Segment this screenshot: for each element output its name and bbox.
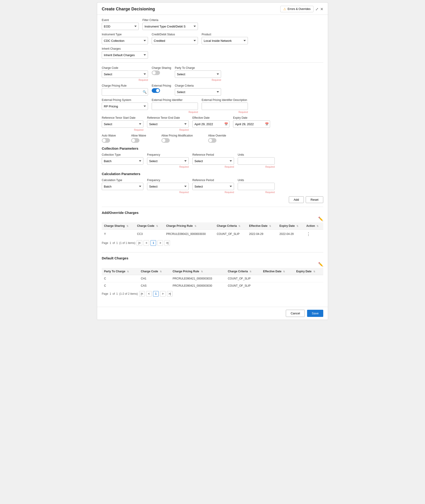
col-charge-criteria: Charge Criteria ⇅: [214, 222, 247, 230]
effective-date-input[interactable]: [193, 120, 229, 128]
sort-dc-expiry-date[interactable]: ⇅: [313, 270, 315, 273]
filter-criteria-select[interactable]: Instrument Type Credit/Debit S: [142, 23, 198, 30]
col-effective-date: Effective Date ⇅: [247, 222, 277, 230]
reset-button[interactable]: Reset: [306, 196, 323, 203]
ext-pricing-identifier-label: External Pricing Identifier: [152, 98, 198, 102]
charge-code-select[interactable]: Select: [102, 71, 148, 78]
party-to-charge-label: Party To Charge: [175, 66, 221, 70]
collection-frequency-select[interactable]: Select: [147, 157, 189, 165]
add-button[interactable]: Add: [289, 196, 304, 203]
product-select[interactable]: Local Inside Network: [202, 37, 248, 44]
sort-effective-date[interactable]: ⇅: [269, 225, 271, 227]
add-override-title: Add/Override Charges: [102, 211, 323, 215]
add-override-current-page: 1: [151, 240, 156, 246]
sort-expiry-date[interactable]: ⇅: [296, 225, 298, 227]
cancel-button[interactable]: Cancel: [286, 310, 305, 317]
collection-type-select[interactable]: Batch: [102, 157, 143, 165]
dc-page-total: 1: [116, 292, 118, 295]
inherit-charges-select[interactable]: Inherit Default Charges: [102, 51, 148, 59]
default-charges-thead: Party To Charge ⇅ Charge Code ⇅ Charge P…: [102, 268, 323, 275]
add-override-first-page[interactable]: |<: [137, 240, 142, 246]
calculation-reference-period-select[interactable]: Select: [193, 183, 234, 190]
sort-charge-code[interactable]: ⇅: [156, 225, 158, 227]
external-pricing-label: External Pricing: [152, 84, 171, 87]
allow-override-toggle[interactable]: [208, 138, 216, 143]
dc-prev-page[interactable]: <: [146, 291, 152, 297]
add-override-items-info: (1 of 1 items): [119, 241, 135, 245]
sort-dc-criteria[interactable]: ⇅: [250, 270, 251, 273]
collection-params-title: Collection Parameters: [102, 146, 323, 150]
calculation-units-input[interactable]: [238, 183, 275, 190]
col-expiry-date: Expiry Date ⇅: [277, 222, 304, 230]
sort-charge-pricing-rule[interactable]: ⇅: [194, 225, 196, 227]
collection-reference-period-select[interactable]: Select: [193, 157, 234, 165]
dc-page-current: 1: [110, 292, 111, 295]
dc-first-page[interactable]: |<: [139, 291, 145, 297]
event-select[interactable]: EOD: [102, 23, 139, 30]
row-pricing-rule-ext-criteria: Charge Pricing Rule 🔍 External Pricing C…: [102, 84, 323, 96]
party-to-charge-select[interactable]: Select: [175, 71, 221, 78]
allow-waive-toggle[interactable]: [131, 138, 139, 143]
calculation-frequency-select[interactable]: Select: [147, 183, 189, 190]
sort-dc-charge-code[interactable]: ⇅: [160, 270, 162, 273]
add-override-next-page[interactable]: >: [158, 240, 163, 246]
sort-dc-pricing-rule[interactable]: ⇅: [201, 270, 203, 273]
row-instrument-product: Instrument Type CDC Collection Credit/De…: [102, 33, 323, 44]
sort-charge-criteria[interactable]: ⇅: [238, 225, 240, 227]
external-pricing-toggle[interactable]: [152, 88, 160, 93]
auto-waive-slider: [102, 138, 110, 143]
ext-pricing-identifier-input[interactable]: [152, 103, 198, 110]
expiry-date-input[interactable]: [233, 120, 270, 128]
dc-next-page[interactable]: >: [160, 291, 166, 297]
calculation-params-section: Calculation Parameters Calculation Type …: [102, 172, 323, 203]
ref-tenor-end-select[interactable]: Select: [147, 120, 189, 128]
auto-waive-group: Auto Waive: [102, 134, 116, 143]
dc-cell-charge-code: CH1: [139, 275, 170, 282]
charge-criteria-select[interactable]: Select: [175, 88, 221, 96]
expand-button[interactable]: ⤢: [315, 7, 319, 11]
add-override-prev-page[interactable]: <: [144, 240, 149, 246]
allow-override-group: Allow Override: [208, 134, 226, 143]
charge-pricing-rule-group: Charge Pricing Rule 🔍: [102, 84, 148, 96]
close-button[interactable]: ✕: [320, 7, 323, 11]
sort-dc-party[interactable]: ⇅: [127, 270, 129, 273]
sort-charge-sharing[interactable]: ⇅: [126, 225, 128, 227]
credit-debit-select[interactable]: Credited: [152, 37, 198, 44]
add-override-charges-section: Add/Override Charges ✏️ Charge Sharing ⇅…: [102, 211, 323, 248]
charge-sharing-toggle[interactable]: [152, 71, 160, 75]
add-override-table: Charge Sharing ⇅ Charge Code ⇅ Charge Pr…: [102, 222, 323, 238]
allow-pricing-mod-group: Allow Pricing Modification: [161, 134, 193, 143]
dc-col-effective-date: Effective Date ⇅: [261, 268, 294, 275]
action-menu-button[interactable]: ⋮: [306, 232, 311, 236]
dc-last-page[interactable]: >|: [167, 291, 173, 297]
section-divider-3: [102, 252, 323, 252]
cell-charge-sharing: Y: [102, 230, 135, 239]
sort-action[interactable]: ⇅: [317, 225, 319, 227]
collection-params-section: Collection Parameters Collection Type Ba…: [102, 146, 323, 168]
add-override-last-page[interactable]: >|: [164, 240, 170, 246]
instrument-type-select[interactable]: CDC Collection: [102, 37, 148, 44]
add-override-edit-icon[interactable]: ✏️: [318, 216, 323, 221]
calculation-reference-period-group: Reference Period Select Required: [193, 179, 234, 194]
ext-pricing-system-select[interactable]: RP Pricing: [102, 103, 148, 110]
errors-overrides-button[interactable]: ⚠ Errors & Overrides: [280, 6, 313, 12]
default-charges-edit-icon[interactable]: ✏️: [318, 262, 323, 267]
search-icon[interactable]: 🔍: [143, 90, 146, 94]
auto-waive-toggle[interactable]: [102, 138, 110, 143]
header-actions: ⚠ Errors & Overrides ⤢ ✕: [280, 6, 323, 12]
allow-pricing-mod-toggle[interactable]: [161, 138, 170, 143]
effective-date-calendar-icon[interactable]: 📅: [224, 123, 228, 126]
collection-units-input[interactable]: [238, 157, 275, 164]
charge-sharing-label: Charge Sharing: [152, 66, 171, 70]
expiry-date-calendar-icon[interactable]: 📅: [265, 123, 269, 126]
cell-charge-criteria: COUNT_OF_SLIP: [214, 230, 247, 239]
save-button[interactable]: Save: [307, 310, 323, 317]
ext-pricing-id-desc-input[interactable]: [202, 103, 248, 110]
calculation-reference-period-label: Reference Period: [193, 179, 234, 182]
calculation-type-select[interactable]: Batch: [102, 183, 143, 190]
dc-cell-expiry-date: [294, 275, 323, 282]
charge-pricing-rule-input[interactable]: [102, 88, 148, 96]
collection-units-wrapper: ▲ ▼: [238, 157, 275, 165]
sort-dc-effective-date[interactable]: ⇅: [283, 270, 285, 273]
ref-tenor-start-select[interactable]: Select: [102, 120, 143, 128]
